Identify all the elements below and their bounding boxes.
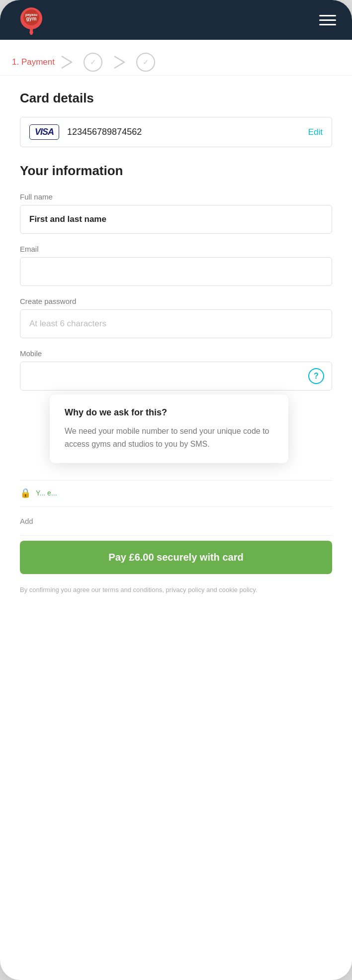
password-group: Create password bbox=[20, 297, 332, 338]
visa-badge: VISA bbox=[29, 124, 59, 140]
logo: payasu gym bbox=[16, 4, 47, 35]
progress-step-3: ✓ bbox=[136, 53, 155, 72]
address-row: Add bbox=[20, 512, 332, 530]
password-input[interactable] bbox=[20, 309, 332, 338]
secure-text: Y... e... bbox=[36, 489, 57, 497]
pay-button[interactable]: Pay £6.00 securely with card bbox=[20, 541, 332, 574]
full-name-label: Full name bbox=[20, 193, 332, 201]
tooltip-popup: Why do we ask for this? We need your mob… bbox=[50, 394, 288, 463]
progress-chevron-2 bbox=[109, 52, 129, 72]
card-details-title: Card details bbox=[20, 91, 332, 106]
progress-chevron-1 bbox=[57, 52, 77, 72]
mobile-input[interactable] bbox=[20, 362, 332, 391]
progress-step-2: ✓ bbox=[84, 53, 102, 72]
mobile-question-icon[interactable]: ? bbox=[308, 368, 324, 384]
progress-bar: 1. Payment ✓ ✓ bbox=[0, 40, 352, 76]
lock-icon: 🔒 bbox=[20, 488, 31, 498]
password-label: Create password bbox=[20, 297, 332, 305]
edit-card-link[interactable]: Edit bbox=[308, 127, 323, 137]
terms-text: By confirming you agree our terms and co… bbox=[20, 585, 332, 595]
mobile-input-wrapper: ? bbox=[20, 362, 332, 391]
card-number: 123456789874562 bbox=[67, 127, 308, 137]
header: payasu gym bbox=[0, 0, 352, 40]
email-group: Email bbox=[20, 245, 332, 286]
tooltip-body: We need your mobile number to send your … bbox=[65, 425, 273, 450]
svg-text:gym: gym bbox=[26, 16, 37, 21]
your-information-title: Your information bbox=[20, 163, 332, 179]
email-input[interactable] bbox=[20, 257, 332, 286]
hamburger-menu[interactable] bbox=[319, 15, 336, 25]
mobile-label: Mobile bbox=[20, 349, 332, 358]
mobile-group: Mobile ? Why do we ask for this? We need… bbox=[20, 349, 332, 391]
card-details-box: VISA 123456789874562 Edit bbox=[20, 117, 332, 147]
full-name-input[interactable] bbox=[20, 205, 332, 234]
secure-section: 🔒 Y... e... bbox=[20, 480, 332, 501]
step1-label: 1. Payment bbox=[12, 57, 55, 67]
progress-step-1: 1. Payment bbox=[12, 57, 55, 67]
email-label: Email bbox=[20, 245, 332, 253]
divider-2 bbox=[20, 535, 332, 536]
divider-1 bbox=[20, 506, 332, 507]
tooltip-title: Why do we ask for this? bbox=[65, 407, 273, 418]
main-content: Card details VISA 123456789874562 Edit Y… bbox=[0, 76, 352, 610]
svg-point-4 bbox=[29, 31, 33, 33]
full-name-group: Full name bbox=[20, 193, 332, 234]
